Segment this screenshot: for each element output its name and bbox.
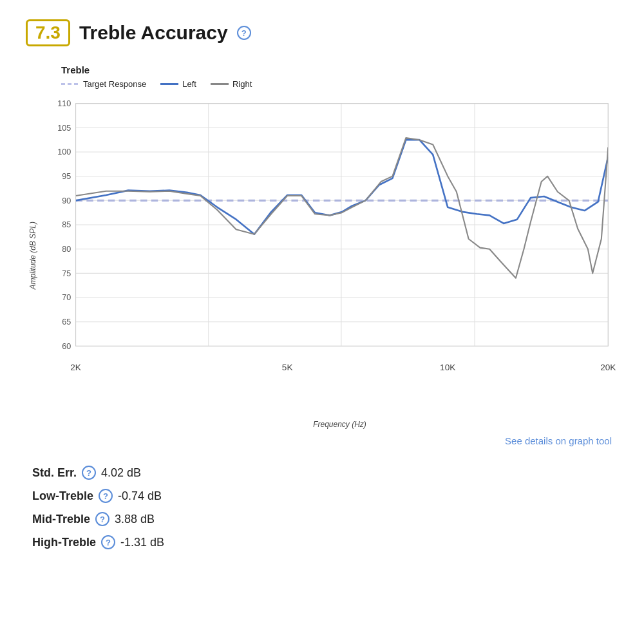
legend-right-line bbox=[211, 83, 229, 85]
metric-label-mid-treble: Mid-Treble bbox=[32, 513, 90, 526]
svg-text:65: 65 bbox=[62, 317, 71, 327]
left-channel-line bbox=[76, 140, 609, 234]
legend-right: Right bbox=[211, 79, 252, 89]
page-header: 7.3 Treble Accuracy ? bbox=[26, 19, 618, 46]
metric-help-icon-low-treble[interactable]: ? bbox=[99, 489, 113, 503]
svg-text:10K: 10K bbox=[440, 363, 455, 372]
chart-title: Treble bbox=[61, 64, 618, 75]
svg-text:110: 110 bbox=[57, 99, 71, 108]
chart-svg: 110 105 100 95 90 85 80 75 70 65 60 bbox=[39, 94, 618, 417]
metric-row-std-err: Std. Err. ? 4.02 dB bbox=[32, 466, 618, 480]
right-channel-line bbox=[76, 138, 609, 278]
metric-label-high-treble: High-Treble bbox=[32, 536, 96, 549]
legend-target: Target Response bbox=[61, 79, 146, 89]
svg-text:90: 90 bbox=[62, 196, 71, 205]
metric-label-std-err: Std. Err. bbox=[32, 466, 77, 480]
metric-value-mid-treble: 3.88 dB bbox=[115, 513, 155, 526]
svg-text:5K: 5K bbox=[282, 363, 293, 372]
metric-value-low-treble: -0.74 dB bbox=[118, 489, 162, 503]
chart-section: Treble Target Response Left Right Amplit… bbox=[26, 64, 618, 429]
metric-row-low-treble: Low-Treble ? -0.74 dB bbox=[32, 489, 618, 503]
chart-legend: Target Response Left Right bbox=[61, 79, 618, 89]
svg-text:85: 85 bbox=[62, 220, 71, 229]
svg-text:75: 75 bbox=[62, 269, 71, 278]
metric-label-low-treble: Low-Treble bbox=[32, 489, 93, 503]
graph-container: Amplitude (dB SPL) 110 105 100 95 90 85 … bbox=[26, 94, 618, 417]
legend-target-line bbox=[61, 83, 79, 85]
svg-text:70: 70 bbox=[62, 293, 71, 302]
legend-target-label: Target Response bbox=[83, 79, 146, 89]
metric-value-std-err: 4.02 dB bbox=[101, 466, 141, 480]
svg-text:100: 100 bbox=[57, 147, 71, 156]
title-help-icon[interactable]: ? bbox=[237, 26, 251, 40]
x-axis-label: Frequency (Hz) bbox=[61, 420, 618, 429]
metric-value-high-treble: -1.31 dB bbox=[120, 536, 164, 549]
legend-left-label: Left bbox=[182, 79, 196, 89]
svg-text:95: 95 bbox=[62, 172, 71, 181]
svg-text:2K: 2K bbox=[70, 363, 81, 372]
legend-left-line bbox=[160, 83, 178, 85]
y-axis-label: Amplitude (dB SPL) bbox=[26, 222, 37, 289]
svg-text:105: 105 bbox=[57, 124, 71, 133]
metrics-section: Std. Err. ? 4.02 dB Low-Treble ? -0.74 d… bbox=[32, 466, 618, 549]
metric-row-mid-treble: Mid-Treble ? 3.88 dB bbox=[32, 512, 618, 526]
legend-right-label: Right bbox=[232, 79, 252, 89]
svg-text:60: 60 bbox=[62, 342, 71, 351]
metric-help-icon-std-err[interactable]: ? bbox=[82, 466, 96, 480]
graph-wrap: 110 105 100 95 90 85 80 75 70 65 60 bbox=[39, 94, 618, 417]
see-details-link[interactable]: See details on graph tool bbox=[26, 435, 618, 446]
metric-row-high-treble: High-Treble ? -1.31 dB bbox=[32, 535, 618, 549]
page-title: Treble Accuracy bbox=[79, 22, 228, 44]
svg-text:20K: 20K bbox=[600, 363, 616, 372]
metric-help-icon-high-treble[interactable]: ? bbox=[101, 535, 115, 549]
score-badge: 7.3 bbox=[26, 19, 70, 46]
metric-help-icon-mid-treble[interactable]: ? bbox=[95, 512, 109, 526]
legend-left: Left bbox=[160, 79, 196, 89]
svg-text:80: 80 bbox=[62, 245, 71, 254]
